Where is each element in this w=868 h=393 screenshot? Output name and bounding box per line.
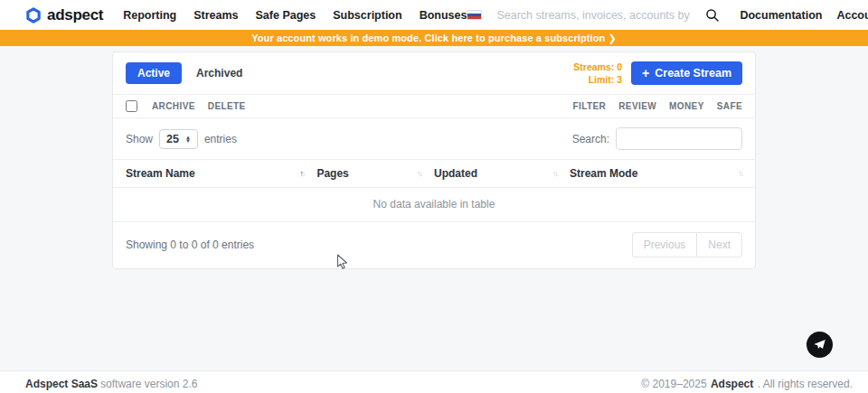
tab-active[interactable]: Active — [126, 62, 182, 84]
telegram-plane-icon — [813, 338, 826, 351]
search-icon[interactable] — [705, 8, 720, 23]
card-header-right: Streams: 0 Limit: 3 + Create Stream — [573, 61, 742, 86]
nav-item-streams[interactable]: Streams — [193, 9, 238, 22]
page-footer: Adspect SaaSsoftware version 2.6 © 2019–… — [0, 370, 868, 393]
nav-item-reporting[interactable]: Reporting — [123, 9, 176, 22]
table-controls: Show 25 ▲▼ entries Search: — [113, 118, 755, 159]
create-stream-button[interactable]: + Create Stream — [631, 61, 742, 85]
footer-version: Adspect SaaSsoftware version 2.6 — [25, 378, 197, 390]
show-label: Show — [126, 133, 153, 145]
main-menu: Reporting Streams Safe Pages Subscriptio… — [123, 9, 467, 22]
adspect-logo[interactable]: adspect — [25, 6, 103, 24]
nav-item-subscription[interactable]: Subscription — [333, 9, 401, 22]
entries-label: entries — [204, 133, 237, 145]
page-size-select[interactable]: 25 ▲▼ — [159, 129, 198, 149]
column-header-pages[interactable]: Pages ↑↓ — [316, 167, 434, 180]
demo-banner-text: Your account works in demo mode. Click h… — [251, 33, 617, 44]
filter-action[interactable]: FILTER — [573, 101, 607, 111]
empty-table-message: No data available in table — [113, 188, 755, 222]
column-header-stream-name[interactable]: Stream Name ↑↓ — [126, 167, 316, 180]
safe-action[interactable]: SAFE — [717, 101, 742, 111]
table-search-label: Search: — [572, 133, 609, 145]
telegram-button[interactable] — [807, 332, 833, 358]
nav-link-account[interactable]: Account — [836, 9, 868, 22]
table-header-row: Stream Name ↑↓ Pages ↑↓ Updated ↑↓ Strea… — [113, 159, 755, 188]
delete-action[interactable]: DELETE — [208, 101, 246, 111]
sort-icon: ↑↓ — [552, 169, 557, 178]
nav-item-bonuses[interactable]: Bonuses — [420, 9, 467, 22]
table-search-group: Search: — [572, 127, 742, 150]
main-content: Active Archived Streams: 0 Limit: 3 + Cr… — [0, 51, 868, 370]
page-size-group: Show 25 ▲▼ entries — [126, 129, 237, 149]
navbar-right: Documentation Account Sign Out — [467, 8, 868, 23]
brand-name: adspect — [47, 6, 103, 24]
select-all-checkbox[interactable] — [126, 100, 137, 112]
stream-limits: Streams: 0 Limit: 3 — [573, 61, 622, 86]
footer-copyright: © 2019–2025 Adspect . All rights reserve… — [641, 378, 853, 390]
review-action[interactable]: REVIEW — [618, 101, 656, 111]
nav-link-documentation[interactable]: Documentation — [740, 9, 822, 22]
select-arrows-icon: ▲▼ — [185, 136, 191, 143]
sort-icon: ↑↓ — [738, 169, 742, 178]
streams-card: Active Archived Streams: 0 Limit: 3 + Cr… — [112, 51, 756, 269]
money-action[interactable]: MONEY — [669, 101, 704, 111]
table-search-input[interactable] — [616, 127, 742, 150]
card-header: Active Archived Streams: 0 Limit: 3 + Cr… — [113, 52, 755, 94]
previous-page-button[interactable]: Previous — [632, 232, 697, 257]
column-header-updated[interactable]: Updated ↑↓ — [434, 167, 570, 180]
global-search-input[interactable] — [496, 9, 691, 22]
column-header-stream-mode[interactable]: Stream Mode ↑↓ — [570, 167, 742, 180]
sort-icon: ↑↓ — [299, 169, 304, 178]
top-navbar: adspect Reporting Streams Safe Pages Sub… — [0, 0, 868, 30]
demo-mode-banner[interactable]: Your account works in demo mode. Click h… — [0, 30, 868, 46]
hexagon-logo-icon — [25, 7, 42, 23]
russian-flag-icon[interactable] — [467, 10, 482, 20]
tab-archived[interactable]: Archived — [196, 67, 242, 80]
nav-item-safe-pages[interactable]: Safe Pages — [256, 9, 316, 22]
archive-action[interactable]: ARCHIVE — [152, 101, 195, 111]
streams-count: Streams: 0 — [573, 61, 622, 73]
bulk-actions-toolbar: ARCHIVE DELETE FILTER REVIEW MONEY SAFE — [113, 94, 755, 118]
sort-icon: ↑↓ — [417, 169, 421, 178]
entries-summary: Showing 0 to 0 of 0 entries — [126, 239, 254, 251]
create-stream-label: Create Stream — [655, 67, 731, 80]
table-footer: Showing 0 to 0 of 0 entries Previous Nex… — [113, 222, 755, 268]
streams-limit: Limit: 3 — [573, 73, 622, 86]
page-size-value: 25 — [166, 133, 179, 145]
next-page-button[interactable]: Next — [696, 232, 742, 257]
pagination: Previous Next — [632, 232, 742, 257]
plus-icon: + — [642, 69, 649, 78]
